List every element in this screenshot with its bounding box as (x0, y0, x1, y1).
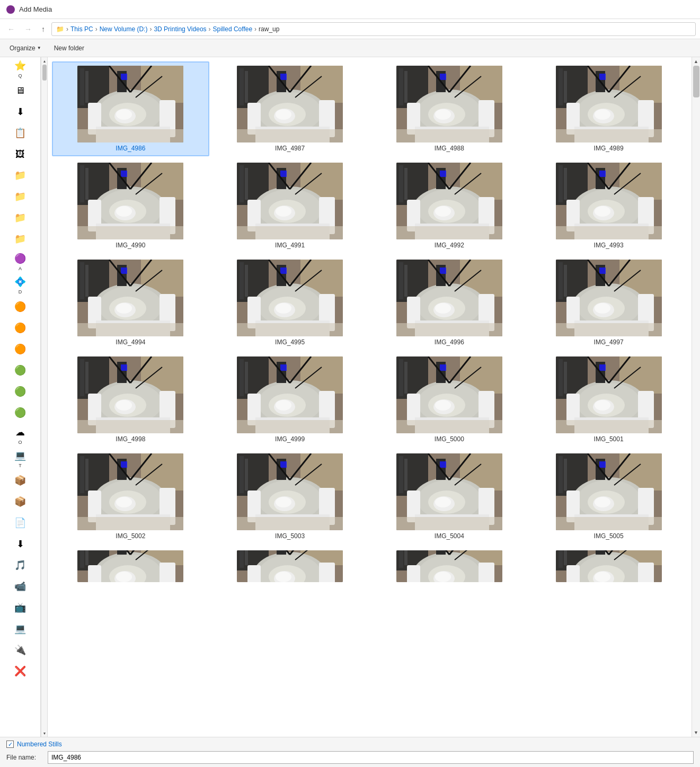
sidebar-item-21[interactable]: 📄 (0, 513, 40, 534)
sidebar-item-23[interactable]: 🎵 (0, 555, 40, 576)
file-thumbnail (77, 356, 183, 433)
file-item[interactable]: IMG_5005 (530, 449, 687, 544)
file-item[interactable] (530, 546, 687, 586)
up-button[interactable]: ↑ (38, 24, 48, 34)
scroll-down-button[interactable]: ▼ (692, 728, 701, 737)
file-thumbnail (237, 356, 343, 433)
sidebar-item-27[interactable]: 🔌 (0, 640, 40, 661)
sidebar-item-3[interactable]: 📋 (0, 123, 40, 144)
file-item[interactable]: IMG_4988 (371, 61, 528, 156)
sidebar-item-24[interactable]: 📹 (0, 576, 40, 597)
sidebar-item-28[interactable]: ❌ (0, 661, 40, 682)
sidebar-scroll-thumb[interactable] (42, 65, 47, 81)
svg-rect-284 (396, 420, 502, 433)
sidebar-item-20[interactable]: 📦 (0, 492, 40, 513)
forward-button[interactable]: → (21, 24, 35, 34)
grid-scrollbar: ▲ ▼ (692, 57, 700, 737)
new-folder-button[interactable]: New folder (50, 43, 88, 53)
sidebar-item-15[interactable]: 🟢 (0, 381, 40, 403)
sidebar-item-16[interactable]: 🟢 (0, 403, 40, 424)
sidebar-scroll-down[interactable]: ▼ (41, 729, 48, 737)
sidebar-item-1[interactable]: 🖥 (0, 81, 40, 102)
file-item[interactable]: IMG_4989 (530, 61, 687, 156)
file-item[interactable]: IMG_4987 (211, 61, 369, 156)
file-thumbnail (77, 260, 183, 336)
sidebar-item-8[interactable]: 📁 (0, 229, 40, 250)
sidebar-item-7[interactable]: 📁 (0, 208, 40, 229)
file-item[interactable]: IMG_5000 (371, 352, 528, 447)
scroll-up-button[interactable]: ▲ (692, 57, 701, 66)
svg-rect-446 (566, 565, 580, 583)
sidebar-item-0[interactable]: ⭐ Q (0, 57, 40, 81)
file-item[interactable]: IMG_4990 (52, 158, 209, 253)
file-name-label: IMG_4998 (116, 435, 145, 443)
file-name-label: IMG_4995 (275, 338, 305, 346)
svg-rect-56 (396, 129, 502, 142)
sidebar-item-5[interactable]: 📁 (0, 165, 40, 186)
sidebar-item-19[interactable]: 📦 (0, 470, 40, 492)
file-thumbnail (556, 66, 662, 142)
file-item[interactable]: IMG_4992 (371, 158, 528, 253)
file-item[interactable]: IMG_4999 (211, 352, 369, 447)
svg-point-36 (276, 109, 291, 120)
breadcrumb-spilled-coffee[interactable]: Spilled Coffee (213, 25, 253, 33)
file-item[interactable]: IMG_4996 (371, 255, 528, 350)
organize-button[interactable]: Organize ▼ (5, 43, 46, 53)
svg-rect-401 (240, 550, 244, 568)
svg-point-93 (116, 206, 132, 217)
sidebar-item-17[interactable]: ☁ O (0, 424, 40, 447)
scroll-thumb[interactable] (693, 66, 699, 97)
svg-rect-306 (80, 456, 84, 493)
file-item[interactable]: IMG_4998 (52, 352, 209, 447)
breadcrumb-raw-up: raw_up (259, 25, 279, 33)
sidebar-item-11[interactable]: 🟠 (0, 297, 40, 318)
file-item[interactable]: IMG_4995 (211, 255, 369, 350)
breadcrumb-new-volume[interactable]: New Volume (D:) (100, 25, 148, 33)
breadcrumb-3d-printing[interactable]: 3D Printing Videos (154, 25, 206, 33)
file-item[interactable]: IMG_4997 (530, 255, 687, 350)
file-item[interactable]: IMG_4986 (52, 61, 209, 156)
sidebar-item-22[interactable]: ⬇ (0, 534, 40, 555)
sidebar-item-25[interactable]: 📺 (0, 597, 40, 619)
file-item[interactable] (371, 546, 528, 586)
sidebar-item-14[interactable]: 🟢 (0, 360, 40, 381)
svg-rect-389 (88, 565, 101, 583)
sidebar-item-13[interactable]: 🟠 (0, 339, 40, 360)
file-item[interactable]: IMG_5004 (371, 449, 528, 544)
numbered-stills-label[interactable]: Numbered Stills (17, 741, 62, 748)
back-button[interactable]: ← (4, 24, 18, 34)
file-item[interactable]: IMG_4993 (530, 158, 687, 253)
sidebar-item-26[interactable]: 💻 (0, 619, 40, 640)
svg-point-378 (595, 497, 610, 507)
sidebar-item-2[interactable]: ⬇ (0, 102, 40, 123)
numbered-stills-checkbox[interactable]: ✓ (6, 741, 14, 748)
file-item[interactable]: IMG_4991 (211, 158, 369, 253)
file-name-label: IMG_5003 (275, 532, 305, 540)
file-name-input[interactable] (48, 751, 694, 764)
sidebar-item-12[interactable]: 🟠 (0, 318, 40, 339)
file-item[interactable]: IMG_5003 (211, 449, 369, 544)
file-item[interactable] (52, 546, 209, 586)
sidebar-item-4[interactable]: 🖼 (0, 144, 40, 165)
svg-rect-287 (559, 359, 563, 396)
svg-rect-268 (399, 359, 403, 396)
svg-rect-189 (237, 323, 343, 336)
sidebar-scroll-up[interactable]: ▲ (41, 57, 48, 65)
sidebar-label-9: A (19, 266, 22, 271)
svg-rect-246 (77, 420, 183, 433)
file-item[interactable]: IMG_5002 (52, 449, 209, 544)
breadcrumb-this-pc[interactable]: This PC (70, 25, 93, 33)
svg-rect-22 (245, 71, 248, 103)
sidebar-item-18[interactable]: 💻 T (0, 447, 40, 470)
file-thumbnail (556, 260, 662, 336)
file-item[interactable] (211, 546, 369, 586)
svg-rect-411 (277, 550, 286, 555)
svg-rect-227 (556, 323, 662, 336)
sidebar-item-6[interactable]: 📁 (0, 186, 40, 208)
file-item[interactable]: IMG_4994 (52, 255, 209, 350)
file-item[interactable]: IMG_5001 (530, 352, 687, 447)
sidebar-item-9[interactable]: 🟣 A (0, 250, 40, 273)
file-name-label: IMG_4990 (116, 242, 145, 249)
svg-rect-344 (399, 456, 403, 493)
sidebar-item-10[interactable]: 💠 D (0, 273, 40, 297)
